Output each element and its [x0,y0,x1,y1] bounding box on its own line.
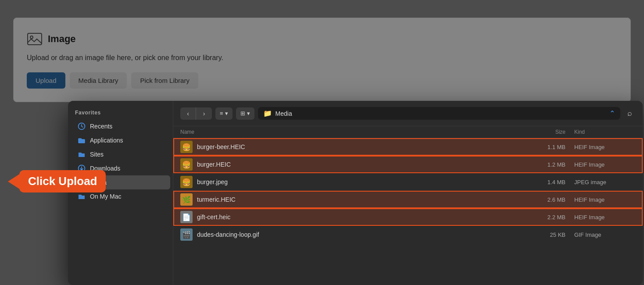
file-kind-dudes-dancing: GIF Image [565,232,636,238]
file-name-label-dudes-dancing: dudes-dancing-loop.gif [197,231,259,238]
search-icon: ⌕ [627,109,632,118]
file-size-burger-jpeg: 1.4 MB [513,179,565,185]
nav-button-group: ‹ › [180,107,212,120]
file-name-label-burger-jpeg: burger.jpeg [197,178,228,185]
file-kind-gift-cert: HEIF Image [565,214,636,221]
sidebar-item-sites[interactable]: Sites [71,147,170,161]
file-thumb-dudes-dancing: 🎬 [180,228,193,241]
file-picker-dialog: Favorites Recents Applications Sites [68,101,643,285]
file-name-burger-jpeg: 🍔 burger.jpeg [180,176,513,188]
location-text: Media [275,110,292,117]
folder-blue-icon-applications [78,136,86,144]
file-kind-turmeric: HEIF Image [565,196,636,203]
clock-icon [78,122,86,130]
list-view-dropdown[interactable]: ≡ ▾ [215,107,233,120]
location-folder-icon: 📁 [263,109,272,118]
file-name-label-burger-beer: burger-beer.HEIC [197,143,245,150]
sidebar-item-recents-label: Recents [90,123,112,130]
file-thumb-burger-jpeg: 🍔 [180,176,193,188]
file-kind-burger-beer: HEIF Image [565,144,636,150]
folder-blue-icon-sites [78,150,86,158]
grid-view-icon: ⊞ [240,110,245,117]
picker-toolbar: ‹ › ≡ ▾ ⊞ ▾ 📁 Media ⌃ ⌕ [173,101,643,126]
sidebar-item-applications-label: Applications [90,137,123,144]
file-row-burger-heic[interactable]: 🍔 burger.HEIC 1.2 MB HEIF Image [173,156,643,173]
back-button[interactable]: ‹ [180,107,196,120]
sidebar-item-sites-label: Sites [90,151,104,158]
col-name-header: Name [180,129,513,135]
list-view-chevron: ▾ [225,110,228,117]
tooltip-arrow [8,174,20,189]
file-name-dudes-dancing: 🎬 dudes-dancing-loop.gif [180,228,513,241]
grid-view-chevron: ▾ [247,110,250,117]
picker-main: ‹ › ≡ ▾ ⊞ ▾ 📁 Media ⌃ ⌕ Name [173,101,643,285]
location-chevron-icon: ⌃ [609,109,615,118]
file-name-label-gift-cert: gift-cert.heic [197,214,230,221]
file-thumb-burger-beer: 🍔 [180,141,193,153]
file-name-gift-cert: 📄 gift-cert.heic [180,211,513,223]
file-thumb-turmeric: 🌿 [180,193,193,206]
forward-button[interactable]: › [196,107,212,120]
file-size-turmeric: 2.6 MB [513,196,565,203]
sidebar-item-on-my-mac-label: On My Mac [90,193,122,200]
click-upload-annotation: Click Upload [8,170,106,192]
file-thumb-gift-cert: 📄 [180,211,193,223]
search-button[interactable]: ⌕ [624,107,636,120]
file-name-turmeric: 🌿 turmeric.HEIC [180,193,513,206]
file-size-burger-beer: 1.1 MB [513,144,565,150]
file-size-gift-cert: 2.2 MB [513,214,565,221]
sidebar-item-applications[interactable]: Applications [71,133,170,147]
grid-view-dropdown[interactable]: ⊞ ▾ [236,107,254,120]
file-kind-burger-jpeg: JPEG image [565,179,636,185]
file-list: Name Size Kind 🍔 burger-beer.HEIC 1.1 MB… [173,126,643,285]
file-row-turmeric[interactable]: 🌿 turmeric.HEIC 2.6 MB HEIF Image [173,191,643,208]
file-name-burger-beer: 🍔 burger-beer.HEIC [180,141,513,153]
location-bar: 📁 Media ⌃ [258,107,620,120]
file-name-label-turmeric: turmeric.HEIC [197,196,236,203]
file-name-label-burger-heic: burger.HEIC [197,161,231,168]
file-thumb-burger-heic: 🍔 [180,158,193,171]
file-row-gift-cert[interactable]: 📄 gift-cert.heic 2.2 MB HEIF Image [173,208,643,226]
col-kind-header: Kind [565,129,636,135]
file-row-burger-beer[interactable]: 🍔 burger-beer.HEIC 1.1 MB HEIF Image [173,138,643,156]
file-size-dudes-dancing: 25 KB [513,232,565,238]
file-list-header: Name Size Kind [173,126,643,138]
folder-blue-icon-mac [78,192,86,200]
picker-sidebar: Favorites Recents Applications Sites [68,101,173,285]
file-row-dudes-dancing[interactable]: 🎬 dudes-dancing-loop.gif 25 KB GIF Image [173,226,643,243]
click-upload-label: Click Upload [19,170,106,192]
file-size-burger-heic: 1.2 MB [513,161,565,168]
favorites-section-title: Favorites [68,110,173,119]
list-view-icon: ≡ [220,110,223,117]
sidebar-item-recents[interactable]: Recents [71,119,170,133]
file-kind-burger-heic: HEIF Image [565,161,636,168]
file-name-burger-heic: 🍔 burger.HEIC [180,158,513,171]
col-size-header: Size [513,129,565,135]
file-row-burger-jpeg[interactable]: 🍔 burger.jpeg 1.4 MB JPEG image [173,173,643,191]
